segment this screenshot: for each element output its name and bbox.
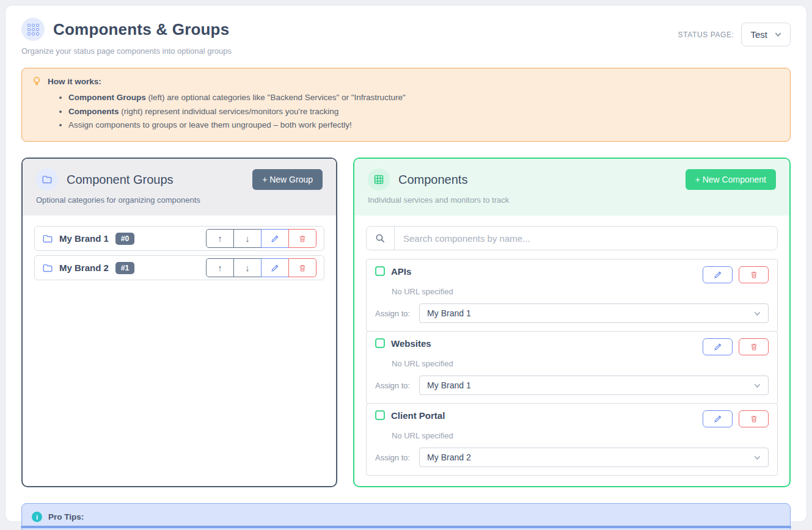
status-page-label: STATUS PAGE:: [678, 31, 734, 39]
page-subtitle: Organize your status page components int…: [21, 46, 232, 56]
assign-group-select[interactable]: My Brand 1: [419, 376, 769, 395]
trash-icon: [750, 343, 758, 351]
folder-icon: [42, 263, 53, 274]
search-icon-addon: [367, 227, 395, 250]
component-url-note: No URL specified: [392, 359, 769, 368]
edit-group-button[interactable]: [261, 258, 289, 277]
search-icon: [375, 233, 386, 244]
component-card: APIs No URL specified Assign to: My Bran…: [366, 259, 778, 332]
assigned-group-value: My Brand 1: [427, 380, 471, 390]
status-page-select[interactable]: Test: [741, 23, 791, 46]
assign-to-label: Assign to:: [375, 309, 410, 318]
search-components-input[interactable]: [395, 227, 777, 250]
chevron-down-icon: [754, 454, 761, 461]
delete-group-button[interactable]: [288, 229, 316, 248]
grid-dots-icon: [27, 24, 39, 35]
groups-panel-subtitle: Optional categories for organizing compo…: [36, 195, 323, 205]
pencil-icon: [271, 264, 279, 272]
arrow-up-icon: ↑: [218, 233, 222, 244]
chevron-down-icon: [754, 382, 761, 389]
component-url-note: No URL specified: [392, 287, 769, 296]
move-group-down-button[interactable]: ↓: [233, 258, 262, 277]
page-card: Components & Groups Organize your status…: [5, 5, 807, 522]
edit-component-button[interactable]: [703, 266, 733, 283]
delete-group-button[interactable]: [288, 258, 316, 277]
arrow-down-icon: ↓: [245, 263, 250, 273]
edit-component-button[interactable]: [703, 410, 733, 427]
component-checkbox-icon: [375, 338, 385, 348]
trash-icon: [298, 264, 307, 272]
lightbulb-icon: [32, 76, 42, 86]
folder-icon: [42, 174, 53, 185]
chevron-down-icon: [754, 310, 761, 317]
assigned-group-value: My Brand 1: [427, 308, 471, 318]
pencil-icon: [714, 415, 722, 423]
delete-component-button[interactable]: [739, 338, 769, 355]
trash-icon: [298, 234, 307, 243]
table-grid-icon: [373, 174, 384, 185]
trash-icon: [750, 415, 758, 423]
component-search: [366, 226, 778, 250]
folder-icon-circle: [36, 169, 58, 191]
components-panel-subtitle: Individual services and monitors to trac…: [368, 195, 776, 205]
group-name: My Brand 2: [59, 263, 109, 273]
info-icon: i: [32, 512, 42, 522]
next-section-edge: [21, 526, 791, 528]
group-order-badge: #0: [115, 233, 134, 245]
page-header: Components & Groups Organize your status…: [21, 18, 791, 56]
component-name: Client Portal: [391, 410, 445, 421]
assigned-group-value: My Brand 2: [427, 452, 471, 462]
component-url-note: No URL specified: [392, 431, 769, 440]
groups-panel-title: Component Groups: [67, 173, 174, 187]
component-checkbox-icon: [375, 266, 385, 276]
assign-to-label: Assign to:: [375, 453, 410, 462]
pencil-icon: [714, 343, 722, 351]
components-panel: Components + New Component Individual se…: [353, 158, 791, 487]
trash-icon: [750, 270, 758, 279]
move-group-up-button[interactable]: ↑: [206, 258, 234, 277]
status-page-value: Test: [750, 29, 767, 40]
pro-tips-title: Pro Tips:: [48, 512, 84, 521]
page-title: Components & Groups: [53, 20, 229, 39]
assign-group-select[interactable]: My Brand 1: [419, 303, 769, 323]
groups-list: My Brand 1 #0 ↑ ↓ My Brand 2 #1 ↑: [23, 216, 336, 486]
move-group-up-button[interactable]: ↑: [206, 229, 234, 248]
arrow-up-icon: ↑: [218, 263, 222, 273]
group-name: My Brand 1: [59, 233, 109, 244]
move-group-down-button[interactable]: ↓: [233, 229, 262, 248]
components-list: APIs No URL specified Assign to: My Bran…: [366, 259, 778, 476]
assign-group-select[interactable]: My Brand 2: [419, 448, 769, 467]
how-it-works-callout: How it works: Component Groups (left) ar…: [21, 68, 791, 142]
how-it-works-item: Components (right) represent individual …: [68, 105, 780, 119]
delete-component-button[interactable]: [739, 266, 769, 283]
pencil-icon: [271, 234, 279, 243]
arrow-down-icon: ↓: [245, 233, 250, 244]
how-it-works-list: Component Groups (left) are optional cat…: [32, 91, 780, 132]
edit-component-button[interactable]: [703, 338, 733, 355]
delete-component-button[interactable]: [739, 410, 769, 427]
assign-to-label: Assign to:: [375, 381, 410, 390]
component-card: Websites No URL specified Assign to: My …: [366, 331, 778, 404]
component-name: APIs: [391, 266, 411, 277]
folder-icon: [42, 233, 53, 244]
edit-group-button[interactable]: [261, 229, 289, 248]
component-groups-panel: Component Groups + New Group Optional ca…: [21, 158, 337, 487]
components-app-icon: [21, 18, 45, 41]
pencil-icon: [714, 270, 722, 279]
how-it-works-item: Component Groups (left) are optional cat…: [68, 91, 780, 105]
group-row: My Brand 1 #0 ↑ ↓: [34, 226, 324, 251]
new-group-button[interactable]: + New Group: [252, 169, 323, 190]
component-checkbox-icon: [375, 410, 385, 420]
new-component-button[interactable]: + New Component: [686, 169, 776, 190]
how-it-works-item: Assign components to groups or leave the…: [68, 118, 780, 132]
chevron-down-icon: [775, 31, 781, 38]
components-panel-title: Components: [398, 173, 467, 187]
grid-icon-circle: [368, 169, 390, 191]
how-it-works-title: How it works:: [48, 77, 101, 86]
component-card: Client Portal No URL specified Assign to…: [366, 403, 778, 476]
group-row: My Brand 2 #1 ↑ ↓: [34, 255, 324, 280]
group-order-badge: #1: [115, 262, 134, 274]
component-name: Websites: [391, 338, 431, 349]
